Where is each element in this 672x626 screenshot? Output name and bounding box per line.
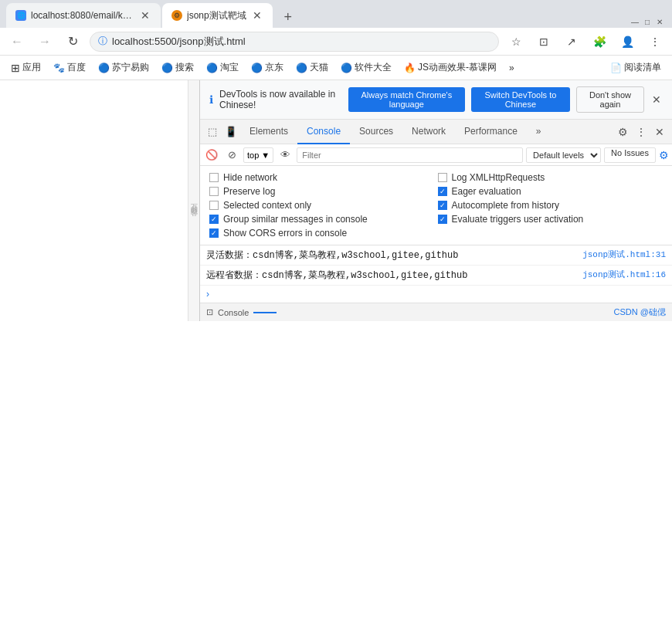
menu-button[interactable]: ⋮ bbox=[644, 31, 666, 52]
tab-2-favicon: ⚙ bbox=[171, 10, 182, 21]
option-eager-eval[interactable]: ✓ Eager evaluation bbox=[438, 186, 664, 197]
address-bar[interactable]: ⓘ localhost:5500/jsonp测试.html bbox=[90, 32, 499, 52]
tab-2-close[interactable]: ✕ bbox=[251, 9, 263, 22]
option-preserve-log[interactable]: Preserve log bbox=[209, 186, 435, 197]
show-cors-checkbox[interactable]: ✓ bbox=[209, 228, 219, 238]
reading-list[interactable]: 📄 阅读清单 bbox=[606, 59, 666, 76]
profile-button[interactable]: 👤 bbox=[616, 31, 638, 52]
notification-bar: ℹ DevTools is now available in Chinese! … bbox=[200, 80, 672, 120]
window-maximize[interactable]: □ bbox=[641, 15, 653, 28]
tab-1-close[interactable]: ✕ bbox=[139, 9, 151, 22]
autocomplete-checkbox[interactable]: ✓ bbox=[438, 201, 447, 210]
devtools-selector-device[interactable]: 📱 bbox=[222, 123, 240, 141]
log-xhr-label: Log XMLHttpRequests bbox=[452, 172, 545, 183]
console-bottom-indicator bbox=[253, 312, 277, 313]
devtools-tabs-bar: ⬚ 📱 Elements Console Sources Network Per… bbox=[200, 120, 672, 144]
dont-show-again-button[interactable]: Don't show again bbox=[576, 86, 644, 113]
search-bookmark-icon: 🔵 bbox=[161, 63, 173, 73]
tianmao-icon: 🔵 bbox=[296, 63, 307, 73]
tab-2-title: jsonp测试靶域 bbox=[187, 9, 246, 22]
options-col-left: Hide network Preserve log Selected conte… bbox=[209, 172, 435, 239]
console-filter-toggle[interactable]: ⊘ bbox=[223, 147, 240, 164]
bookmark-software[interactable]: 🔵 软件大全 bbox=[336, 59, 396, 76]
eager-eval-label: Eager evaluation bbox=[452, 186, 521, 197]
eager-eval-checkbox[interactable]: ✓ bbox=[438, 187, 447, 196]
tab-elements[interactable]: Elements bbox=[240, 120, 297, 144]
devtools-settings-button[interactable]: ⚙ bbox=[613, 123, 632, 141]
bookmark-search[interactable]: 🔵 搜索 bbox=[157, 59, 199, 76]
top-context-select[interactable]: top ▼ bbox=[243, 147, 273, 163]
bookmark-taobao[interactable]: 🔵 淘宝 bbox=[202, 59, 243, 76]
bookmark-apps[interactable]: ⊞ 应用 bbox=[6, 59, 46, 76]
window-close[interactable]: ✕ bbox=[653, 15, 666, 28]
bookmark-suning[interactable]: 🔵 苏宁易购 bbox=[93, 59, 154, 76]
devtools-dock-icon: ⊡ bbox=[206, 307, 213, 317]
console-entry-2: 远程省数据：csdn博客,菜鸟教程,w3school,gitee,github … bbox=[200, 266, 672, 286]
evaluate-triggers-checkbox[interactable]: ✓ bbox=[438, 215, 447, 224]
option-show-cors[interactable]: ✓ Show CORS errors in console bbox=[209, 228, 435, 239]
console-settings-icon[interactable]: ⚙ bbox=[659, 149, 669, 161]
clear-console-button[interactable]: 🚫 bbox=[203, 147, 220, 164]
lock-icon: ⓘ bbox=[98, 35, 107, 48]
window-minimize[interactable]: — bbox=[629, 15, 641, 28]
group-similar-checkbox[interactable]: ✓ bbox=[209, 215, 219, 224]
bookmark-baidu[interactable]: 🐾 百度 bbox=[49, 59, 90, 76]
devtools-options-button[interactable]: ⋮ bbox=[632, 123, 650, 141]
devtools-selector-inspect[interactable]: ⬚ bbox=[203, 123, 222, 141]
devtools-bottom-bar: ⊡ Console CSDN @础偲 bbox=[200, 303, 672, 321]
option-hide-network[interactable]: Hide network bbox=[209, 172, 435, 183]
option-log-xhr[interactable]: Log XMLHttpRequests bbox=[438, 172, 664, 183]
group-similar-label: Group similar messages in console bbox=[223, 214, 368, 225]
software-icon: 🔵 bbox=[341, 63, 352, 73]
hide-network-checkbox[interactable] bbox=[209, 173, 219, 182]
tab-network[interactable]: Network bbox=[402, 120, 455, 144]
share-button[interactable]: ↗ bbox=[561, 31, 582, 52]
no-issues-button[interactable]: No Issues bbox=[604, 147, 656, 163]
bookmark-more[interactable]: » bbox=[504, 61, 519, 75]
tab-search-button[interactable]: ⊡ bbox=[533, 31, 555, 52]
console-chevron-icon[interactable]: › bbox=[206, 289, 209, 299]
default-levels-select[interactable]: Default levels bbox=[526, 147, 601, 163]
apps-icon: ⊞ bbox=[11, 62, 20, 74]
back-button[interactable]: ← bbox=[6, 31, 28, 52]
preserve-log-checkbox[interactable] bbox=[209, 187, 219, 196]
console-entry-2-link[interactable]: jsonp测试.html:16 bbox=[582, 269, 666, 280]
tab-console[interactable]: Console bbox=[297, 120, 350, 144]
bookmark-jd[interactable]: 🔵 京东 bbox=[246, 59, 288, 76]
console-prompt-row: › bbox=[200, 286, 672, 303]
tab-2[interactable]: ⚙ jsonp测试靶域 ✕ bbox=[162, 3, 273, 28]
option-group-similar[interactable]: ✓ Group similar messages in console bbox=[209, 214, 435, 225]
watermark: CSDN @础偲 bbox=[614, 306, 666, 318]
switch-devtools-button[interactable]: Switch DevTools to Chinese bbox=[471, 87, 570, 112]
main-layout: 万 的 顾 客 ℹ DevTools is now available in C… bbox=[0, 80, 672, 321]
jd-icon: 🔵 bbox=[251, 63, 263, 73]
tab-more[interactable]: » bbox=[527, 120, 551, 144]
match-language-button[interactable]: Always match Chrome's language bbox=[348, 87, 465, 112]
eye-button[interactable]: 👁 bbox=[277, 147, 294, 164]
tab-1[interactable]: 🌐 localhost:8080/email/kzq?calli... ✕ bbox=[6, 3, 161, 28]
devtools-close-button[interactable]: ✕ bbox=[650, 123, 669, 141]
extensions-button[interactable]: 🧩 bbox=[589, 31, 610, 52]
refresh-button[interactable]: ↻ bbox=[62, 31, 83, 52]
option-selected-context[interactable]: Selected context only bbox=[209, 200, 435, 211]
mooc-icon: 🔥 bbox=[404, 63, 416, 73]
forward-button[interactable]: → bbox=[34, 31, 56, 52]
console-entry-1-link[interactable]: jsonp测试.html:31 bbox=[582, 249, 666, 260]
bookmark-tianmao[interactable]: 🔵 天猫 bbox=[291, 59, 333, 76]
autocomplete-label: Autocomplete from history bbox=[452, 200, 559, 211]
console-filter-input[interactable] bbox=[297, 147, 523, 163]
tabs-bar: 🌐 localhost:8080/email/kzq?calli... ✕ ⚙ … bbox=[0, 0, 672, 28]
option-evaluate-triggers[interactable]: ✓ Evaluate triggers user activation bbox=[438, 214, 664, 225]
log-xhr-checkbox[interactable] bbox=[438, 173, 447, 182]
new-tab-button[interactable]: + bbox=[277, 6, 299, 28]
notification-close-button[interactable]: ✕ bbox=[650, 92, 663, 107]
tab-sources[interactable]: Sources bbox=[350, 120, 402, 144]
option-autocomplete[interactable]: ✓ Autocomplete from history bbox=[438, 200, 664, 211]
star-button[interactable]: ☆ bbox=[505, 31, 527, 52]
taobao-icon: 🔵 bbox=[206, 63, 218, 73]
bookmark-mooc[interactable]: 🔥 JS动画效果-慕课网 bbox=[399, 59, 501, 76]
selected-context-checkbox[interactable] bbox=[209, 201, 219, 210]
tab-performance[interactable]: Performance bbox=[455, 120, 527, 144]
console-bottom-label[interactable]: Console bbox=[218, 308, 249, 317]
console-entry-1-text: 灵活数据：csdn博客,菜鸟教程,w3school,gitee,github bbox=[206, 249, 582, 262]
